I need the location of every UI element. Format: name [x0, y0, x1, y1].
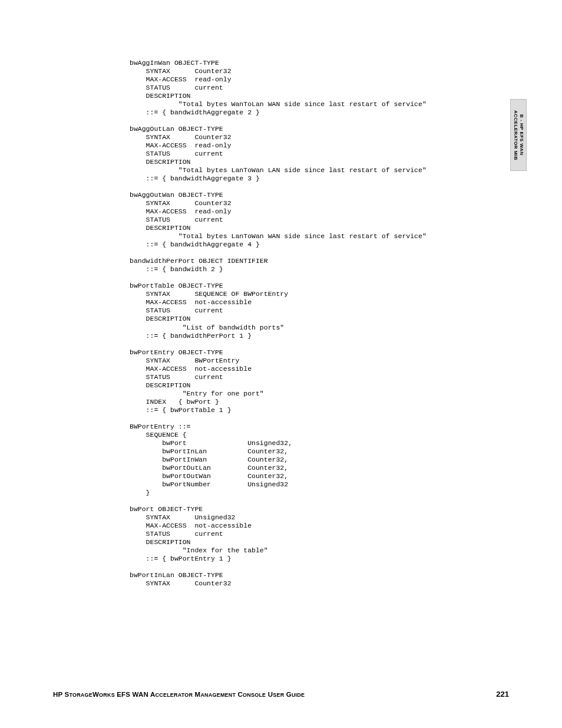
footer-title: HP STORAGEWORKS EFS WAN ACCELERATOR MANA…	[53, 691, 305, 698]
section-tab-line2: ACCELERATOR MIB	[513, 110, 518, 160]
section-tab-label: B - HP EFS WAN ACCELERATOR MIB	[513, 110, 524, 160]
section-tab-line1: B - HP EFS WAN	[519, 114, 524, 156]
section-tab: B - HP EFS WAN ACCELERATOR MIB	[510, 99, 527, 171]
mib-code-block: bwAggInWan OBJECT-TYPE SYNTAX Counter32 …	[130, 59, 509, 588]
page-number: 221	[496, 690, 509, 699]
document-page: B - HP EFS WAN ACCELERATOR MIB bwAggInWa…	[0, 0, 562, 728]
page-footer: HP STORAGEWORKS EFS WAN ACCELERATOR MANA…	[53, 690, 509, 699]
